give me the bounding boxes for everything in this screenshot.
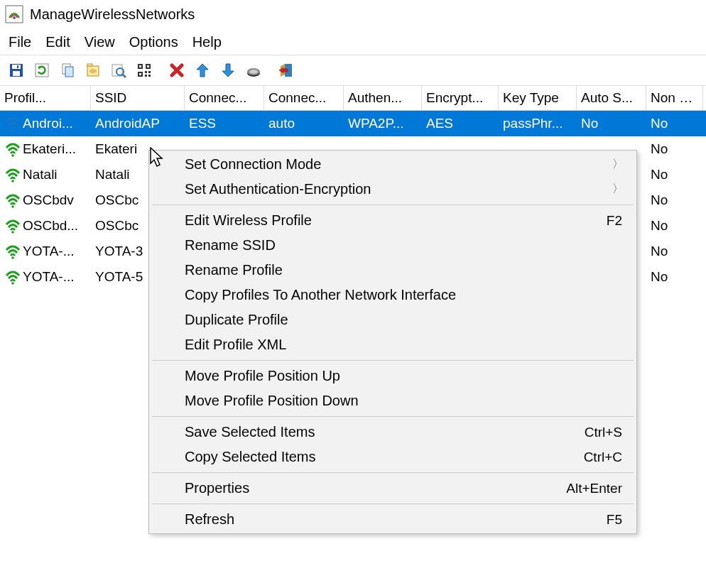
copy-icon[interactable] (55, 58, 80, 82)
col-profile[interactable]: Profil... (0, 86, 91, 110)
context-menu-label: Refresh (185, 511, 607, 528)
svg-point-31 (11, 180, 14, 183)
table-header: Profil... SSID Connec... Connec... Authe… (0, 86, 706, 111)
svg-rect-22 (148, 71, 151, 73)
context-menu-separator (152, 360, 634, 361)
wifi-icon (4, 192, 21, 209)
context-menu-label: Duplicate Profile (185, 312, 629, 328)
wifi-icon (4, 141, 21, 158)
chevron-right-icon: 〉 (612, 182, 624, 197)
cell-autoswitch: No (577, 113, 646, 134)
context-menu-separator (152, 416, 634, 417)
cell-profile: YOTA-... (23, 269, 74, 285)
save-icon[interactable] (4, 58, 28, 82)
svg-rect-8 (65, 67, 73, 77)
svg-rect-4 (13, 71, 20, 76)
svg-rect-3 (12, 65, 21, 69)
menu-options[interactable]: Options (124, 33, 184, 52)
col-non-broadcast[interactable]: Non B... (646, 86, 703, 110)
svg-point-34 (11, 256, 14, 259)
wifi-icon (4, 268, 21, 285)
context-menu-separator (152, 472, 634, 473)
properties-icon[interactable] (81, 58, 105, 82)
find-icon[interactable] (107, 58, 131, 82)
context-menu-item[interactable]: Copy Profiles To Another Network Interfa… (149, 283, 636, 307)
cell-profile: Ekateri... (23, 141, 76, 157)
context-menu-separator (152, 503, 634, 504)
col-key-type[interactable]: Key Type (499, 86, 577, 110)
menu-edit[interactable]: Edit (40, 33, 75, 52)
context-menu-label: Move Profile Position Down (185, 393, 629, 409)
svg-point-29 (11, 129, 14, 131)
col-auto-switch[interactable]: Auto S... (577, 86, 646, 110)
col-ssid[interactable]: SSID (91, 86, 185, 110)
move-up-icon[interactable] (190, 58, 214, 82)
menubar: File Edit View Options Help (0, 28, 706, 55)
svg-point-1 (13, 16, 16, 19)
exit-icon[interactable] (274, 58, 298, 82)
context-menu-item[interactable]: Rename SSID (149, 233, 636, 258)
context-menu-label: Properties (185, 480, 566, 496)
cell-nonbroadcast: No (646, 215, 703, 236)
svg-rect-24 (148, 75, 151, 77)
table-row[interactable]: Androi...AndroidAPESSautoWPA2P...AESpass… (0, 111, 706, 136)
context-menu-label: Copy Profiles To Another Network Interfa… (185, 287, 629, 303)
context-menu-item[interactable]: PropertiesAlt+Enter (149, 476, 636, 501)
refresh-icon[interactable] (30, 58, 54, 82)
col-connection-type[interactable]: Connec... (185, 86, 264, 110)
window-title: ManageWirelessNetworks (30, 6, 195, 23)
svg-rect-16 (139, 65, 141, 67)
col-connection-mode[interactable]: Connec... (264, 86, 344, 110)
move-down-icon[interactable] (216, 58, 240, 82)
context-menu-label: Copy Selected Items (185, 449, 584, 465)
cell-conn-type: ESS (185, 113, 264, 134)
context-menu-item[interactable]: Set Authentication-Encryption〉 (149, 177, 636, 202)
svg-point-33 (11, 231, 14, 234)
context-menu-item[interactable]: Edit Wireless ProfileF2 (149, 208, 636, 233)
delete-icon[interactable] (165, 58, 189, 82)
wifi-icon (4, 115, 21, 132)
context-menu-item[interactable]: Save Selected ItemsCtrl+S (149, 420, 636, 445)
col-authentication[interactable]: Authen... (344, 86, 422, 110)
context-menu-item[interactable]: Edit Profile XML (149, 332, 636, 357)
col-encryption[interactable]: Encrypt... (422, 86, 499, 110)
cell-nonbroadcast: No (646, 241, 703, 262)
context-menu-label: Set Authentication-Encryption (185, 181, 629, 197)
menu-file[interactable]: File (3, 33, 37, 52)
context-menu-item[interactable]: Move Profile Position Up (149, 364, 636, 388)
context-menu-shortcut: F5 (607, 512, 629, 528)
context-menu-shortcut: Alt+Enter (566, 481, 629, 496)
svg-rect-5 (17, 65, 18, 68)
svg-rect-21 (145, 71, 147, 73)
cell-ssid: AndroidAP (91, 113, 185, 134)
svg-point-35 (11, 282, 14, 285)
context-menu-label: Edit Profile XML (185, 337, 629, 353)
context-menu-label: Rename SSID (185, 237, 629, 254)
qr-icon[interactable] (132, 58, 156, 82)
interface-icon[interactable] (241, 58, 266, 82)
menu-help[interactable]: Help (187, 33, 227, 52)
wifi-icon (4, 166, 21, 183)
chevron-right-icon: 〉 (612, 157, 624, 172)
wifi-icon (4, 217, 21, 234)
context-menu-item[interactable]: Rename Profile (149, 258, 636, 283)
context-menu-label: Save Selected Items (185, 424, 585, 440)
context-menu-item[interactable]: Set Connection Mode〉 (149, 152, 636, 177)
wifi-icon (4, 243, 21, 260)
cell-profile: YOTA-... (23, 244, 74, 259)
cell-nonbroadcast: No (646, 138, 703, 160)
cell-auth: WPA2P... (344, 113, 422, 134)
context-menu-item[interactable]: RefreshF5 (149, 507, 636, 532)
cell-nonbroadcast: No (646, 113, 703, 134)
context-menu-item[interactable]: Move Profile Position Down (149, 388, 636, 413)
context-menu-shortcut: Ctrl+S (585, 425, 629, 440)
menu-view[interactable]: View (79, 33, 121, 52)
context-menu-item[interactable]: Duplicate Profile (149, 307, 636, 332)
app-icon (4, 4, 24, 24)
titlebar: ManageWirelessNetworks (0, 0, 706, 28)
context-menu-separator (152, 205, 634, 205)
cell-nonbroadcast: No (646, 266, 703, 288)
cell-profile: Natali (23, 167, 58, 183)
context-menu-item[interactable]: Copy Selected ItemsCtrl+C (149, 445, 636, 469)
svg-point-32 (11, 205, 14, 208)
